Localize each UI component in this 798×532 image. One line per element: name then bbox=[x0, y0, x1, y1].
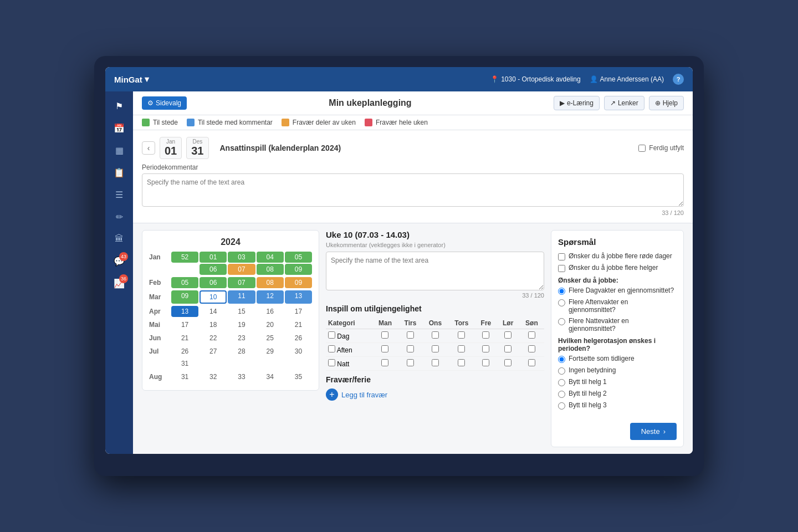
cal-cell[interactable]: 07 bbox=[228, 264, 255, 275]
fortsette-radio[interactable] bbox=[558, 356, 565, 363]
cal-cell[interactable]: 25 bbox=[257, 332, 284, 344]
cal-cell[interactable]: 33 bbox=[228, 371, 255, 382]
cal-cell[interactable]: 29 bbox=[257, 346, 284, 357]
rode-dager-checkbox[interactable] bbox=[558, 253, 565, 260]
cal-cell[interactable]: 26 bbox=[171, 346, 198, 357]
cal-cell[interactable]: 18 bbox=[200, 319, 227, 330]
cal-cell[interactable]: 14 bbox=[200, 306, 227, 317]
cal-cell[interactable]: 21 bbox=[171, 332, 198, 344]
natt-man-cb[interactable] bbox=[381, 359, 388, 366]
cal-cell[interactable]: 30 bbox=[285, 346, 312, 357]
natt-son-cb[interactable] bbox=[528, 359, 535, 366]
sidebar-item-building[interactable]: 🏛 bbox=[109, 229, 129, 249]
natt-tors-cb[interactable] bbox=[458, 359, 465, 366]
user-area[interactable]: 👤 Anne Anderssen (AA) bbox=[590, 75, 664, 83]
period-prev-button[interactable]: ‹ bbox=[142, 141, 155, 155]
cal-cell[interactable]: 09 bbox=[285, 277, 312, 288]
dag-man-cb[interactable] bbox=[381, 331, 388, 339]
sidebar-item-table[interactable]: ▦ bbox=[109, 140, 129, 160]
cal-cell-selected[interactable]: 10 bbox=[200, 290, 227, 304]
cal-cell[interactable]: 26 bbox=[285, 332, 312, 344]
cal-cell[interactable]: 06 bbox=[200, 277, 227, 288]
aften-tirs-cb[interactable] bbox=[407, 345, 414, 352]
sidebar-item-edit[interactable]: ✏ bbox=[109, 207, 129, 227]
natt-checkbox[interactable] bbox=[328, 359, 335, 366]
dag-ons-cb[interactable] bbox=[432, 331, 439, 339]
aften-fre-cb[interactable] bbox=[482, 345, 489, 352]
cal-cell[interactable]: 34 bbox=[257, 371, 284, 382]
cal-cell[interactable]: 07 bbox=[228, 277, 255, 288]
dagvakter-radio[interactable] bbox=[558, 288, 565, 295]
dag-tirs-cb[interactable] bbox=[407, 331, 414, 339]
cal-cell[interactable]: 15 bbox=[228, 306, 255, 317]
cal-cell[interactable]: 27 bbox=[200, 346, 227, 357]
cal-cell[interactable]: 05 bbox=[285, 252, 312, 263]
cal-cell[interactable]: 09 bbox=[285, 264, 312, 275]
cal-cell[interactable]: 28 bbox=[228, 346, 255, 357]
uke-textarea[interactable] bbox=[326, 252, 544, 290]
cal-cell[interactable]: 08 bbox=[257, 277, 284, 288]
elearning-button[interactable]: ▶ e-Læring bbox=[554, 96, 600, 110]
natt-lor-cb[interactable] bbox=[504, 359, 511, 366]
cal-cell[interactable]: 13 bbox=[171, 306, 198, 317]
neste-button[interactable]: Neste › bbox=[630, 423, 677, 440]
cal-cell[interactable]: 32 bbox=[200, 371, 227, 382]
aften-checkbox[interactable] bbox=[328, 345, 335, 352]
sidebar-item-chart[interactable]: 📈 36 bbox=[109, 273, 129, 293]
help-button[interactable]: ? bbox=[673, 74, 684, 85]
sidebar-item-list[interactable]: ☰ bbox=[109, 185, 129, 204]
sidebar-item-clipboard[interactable]: 📋 bbox=[109, 162, 129, 182]
ferdig-utfylt-checkbox[interactable] bbox=[638, 145, 646, 152]
helg1-radio[interactable] bbox=[558, 379, 565, 386]
cal-cell[interactable] bbox=[171, 264, 198, 275]
cal-cell[interactable]: 11 bbox=[228, 290, 255, 304]
cal-cell[interactable]: 31 bbox=[171, 358, 198, 369]
cal-cell[interactable]: 52 bbox=[171, 252, 198, 263]
natt-ons-cb[interactable] bbox=[432, 359, 439, 366]
cal-cell[interactable]: 31 bbox=[171, 371, 198, 382]
cal-cell[interactable]: 06 bbox=[200, 264, 227, 275]
cal-cell[interactable]: 35 bbox=[285, 371, 312, 382]
dag-lor-cb[interactable] bbox=[504, 331, 511, 339]
add-fravaer-label[interactable]: Legg til fravær bbox=[341, 391, 387, 399]
sidebar-item-calendar[interactable]: 📅 bbox=[109, 118, 129, 138]
aften-ons-cb[interactable] bbox=[432, 345, 439, 352]
natt-tirs-cb[interactable] bbox=[407, 359, 414, 366]
dag-son-cb[interactable] bbox=[528, 331, 535, 339]
cal-cell[interactable]: 01 bbox=[200, 252, 227, 263]
cal-cell[interactable]: 05 bbox=[171, 277, 198, 288]
add-fravaer-button[interactable]: + bbox=[326, 388, 338, 401]
aften-lor-cb[interactable] bbox=[504, 345, 511, 352]
cal-cell[interactable]: 20 bbox=[257, 319, 284, 330]
dag-fre-cb[interactable] bbox=[482, 331, 489, 339]
aften-tors-cb[interactable] bbox=[458, 345, 465, 352]
helg2-radio[interactable] bbox=[558, 391, 565, 398]
dag-checkbox[interactable] bbox=[328, 331, 335, 339]
cal-cell[interactable]: 13 bbox=[285, 290, 312, 304]
cal-cell[interactable]: 04 bbox=[257, 252, 284, 263]
aften-man-cb[interactable] bbox=[381, 345, 388, 352]
ingen-radio[interactable] bbox=[558, 367, 565, 375]
aftenvakter-radio[interactable] bbox=[558, 299, 565, 306]
cal-cell[interactable]: 22 bbox=[200, 332, 227, 344]
cal-cell[interactable]: 03 bbox=[228, 252, 255, 263]
cal-cell[interactable]: 21 bbox=[285, 319, 312, 330]
cal-cell[interactable]: 08 bbox=[257, 264, 284, 275]
cal-cell[interactable]: 17 bbox=[285, 306, 312, 317]
nattevakter-radio[interactable] bbox=[558, 318, 565, 325]
aften-son-cb[interactable] bbox=[528, 345, 535, 352]
helger-checkbox[interactable] bbox=[558, 265, 565, 272]
hjelp-button[interactable]: ⊕ Hjelp bbox=[649, 96, 684, 110]
sidevalg-button[interactable]: ⚙ Sidevalg bbox=[142, 96, 187, 110]
helg3-radio[interactable] bbox=[558, 402, 565, 410]
cal-cell[interactable]: 16 bbox=[257, 306, 284, 317]
natt-fre-cb[interactable] bbox=[482, 359, 489, 366]
cal-cell[interactable]: 19 bbox=[228, 319, 255, 330]
sidebar-item-flag[interactable]: ⚑ bbox=[109, 96, 129, 116]
brand-area[interactable]: MinGat ▾ bbox=[114, 74, 149, 84]
cal-cell[interactable]: 23 bbox=[228, 332, 255, 344]
cal-cell[interactable]: 17 bbox=[171, 319, 198, 330]
lenker-button[interactable]: ↗ Lenker bbox=[604, 96, 644, 110]
sidebar-item-chat[interactable]: 💬 43 bbox=[109, 251, 129, 271]
dag-tors-cb[interactable] bbox=[458, 331, 465, 339]
